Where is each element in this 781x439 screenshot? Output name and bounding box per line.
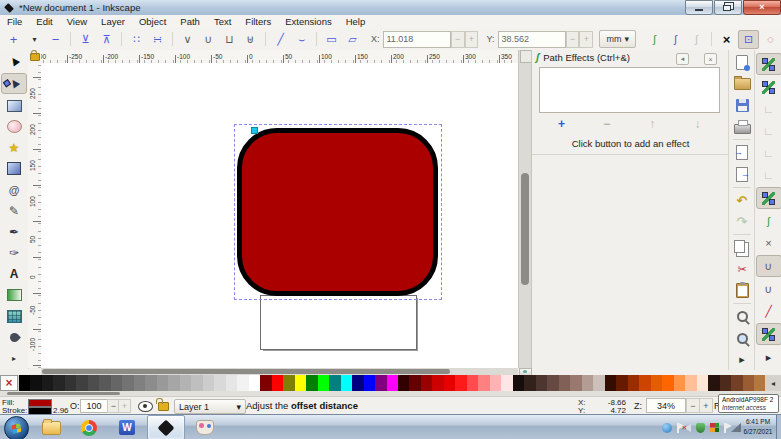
taskbar-inkscape-button[interactable] [147, 415, 185, 439]
snap-bbox-centers-icon[interactable]: ∟ [757, 165, 781, 185]
dropper-tool[interactable] [2, 328, 26, 347]
menu-item[interactable]: File [0, 16, 29, 27]
color-swatch[interactable] [398, 375, 409, 391]
pencil-tool[interactable]: ✎ [2, 201, 26, 220]
toolbox-more-arrow[interactable]: ▸ [2, 349, 26, 368]
color-swatch[interactable] [341, 375, 352, 391]
panel-collapse-button[interactable]: ◂ [676, 53, 689, 65]
zoom-input[interactable]: 34% [646, 398, 686, 413]
color-swatch[interactable] [30, 375, 41, 391]
spiral-tool[interactable]: @ [2, 180, 26, 199]
minimize-button[interactable] [685, 0, 713, 15]
taskbar-explorer-button[interactable] [33, 416, 69, 439]
bezier-pen-tool[interactable]: ✒ [2, 223, 26, 242]
color-swatch[interactable] [490, 375, 501, 391]
color-swatch[interactable] [524, 375, 535, 391]
snap-cusp-nodes-icon[interactable]: ∪ [756, 255, 781, 277]
color-swatch[interactable] [444, 375, 455, 391]
color-swatch[interactable] [559, 375, 570, 391]
color-swatch[interactable] [53, 375, 64, 391]
color-swatch[interactable] [226, 375, 237, 391]
color-swatch[interactable] [570, 375, 581, 391]
y-increment-button[interactable]: + [579, 31, 593, 48]
color-swatch[interactable] [76, 375, 87, 391]
menu-item[interactable]: Path [173, 16, 207, 27]
restore-button[interactable] [714, 0, 742, 15]
effect-list[interactable] [539, 67, 720, 113]
show-transform-handles-button[interactable]: × [717, 31, 736, 48]
fill-color-swatch[interactable] [28, 399, 52, 407]
delete-node-button[interactable]: − [46, 31, 65, 48]
color-swatch[interactable] [708, 375, 719, 391]
insert-node-button[interactable]: + [4, 31, 23, 48]
commands-more-arrow[interactable]: ▸ [730, 350, 754, 369]
network-signal-icon[interactable] [731, 423, 741, 432]
object-to-path-button[interactable]: ▭ [322, 31, 341, 48]
snap-bbox-corners-icon[interactable]: ∟ [757, 121, 781, 141]
vertical-scrollbar-thumb[interactable] [521, 173, 529, 285]
horizontal-scrollbar[interactable] [41, 368, 518, 375]
color-swatch[interactable] [467, 375, 478, 391]
color-swatch[interactable] [754, 375, 765, 391]
x-decrement-button[interactable]: − [451, 31, 465, 48]
taskbar-chrome-button[interactable] [71, 416, 107, 439]
make-corner-node-button[interactable]: ∨ [178, 31, 197, 48]
color-swatch[interactable] [65, 375, 76, 391]
toolbar-separator[interactable] [70, 32, 71, 46]
zoom-increment-button[interactable]: + [699, 398, 713, 413]
move-effect-up-button[interactable]: ↑ [630, 114, 675, 134]
color-swatch[interactable] [720, 375, 731, 391]
current-layer-dropdown[interactable]: Layer 1▾ [174, 399, 246, 414]
color-swatch[interactable] [387, 375, 398, 391]
move-effect-down-button[interactable]: ↓ [675, 114, 720, 134]
color-swatch[interactable] [421, 375, 432, 391]
color-swatch[interactable] [685, 375, 696, 391]
segment-to-curve-button[interactable]: ⌣ [292, 31, 311, 48]
color-swatch[interactable] [536, 375, 547, 391]
menu-item[interactable]: Edit [29, 16, 59, 27]
color-swatch[interactable] [237, 375, 248, 391]
action-center-flag-icon[interactable] [724, 423, 726, 433]
menu-item[interactable]: Extensions [278, 16, 338, 27]
snap-toggle-icon[interactable] [756, 53, 781, 75]
color-swatch[interactable] [409, 375, 420, 391]
stroke-to-path-button[interactable]: ▱ [343, 31, 362, 48]
ruler-corner[interactable] [28, 50, 41, 63]
make-symmetric-node-button[interactable]: ⊔ [220, 31, 239, 48]
volume-muted-icon[interactable] [684, 424, 691, 432]
opacity-increment-button[interactable]: + [118, 399, 131, 413]
opacity-input[interactable]: 100 [80, 399, 108, 413]
horizontal-ruler[interactable]: -300-250-200-150-100-5005010015020025030… [41, 50, 518, 64]
color-swatch[interactable] [180, 375, 191, 391]
color-swatch[interactable] [168, 375, 179, 391]
show-bezier-handles-button[interactable]: ⊡ [738, 30, 759, 49]
snap-nodes-icon[interactable] [756, 187, 781, 209]
color-swatch[interactable] [99, 375, 110, 391]
paste-icon[interactable] [730, 281, 754, 300]
tray-flag-icon[interactable] [677, 423, 679, 433]
node-tool[interactable]: ▶ [1, 73, 27, 94]
color-swatch[interactable] [674, 375, 685, 391]
color-swatch[interactable] [111, 375, 122, 391]
calligraphy-tool[interactable]: ✑ [2, 244, 26, 263]
palette-scrollbar-thumb[interactable] [7, 392, 120, 395]
redo-icon[interactable]: ↷ [730, 212, 754, 231]
selector-tool[interactable]: ▶ [2, 52, 26, 71]
color-swatch[interactable] [352, 375, 363, 391]
edit-lpe-parameter-button[interactable]: ʃ [645, 31, 664, 48]
vertical-scrollbar[interactable] [518, 50, 532, 368]
color-swatch[interactable] [605, 375, 616, 391]
delete-segment-button[interactable]: ∺ [148, 31, 167, 48]
toolbar-separator[interactable] [711, 32, 712, 46]
break-path-button[interactable]: ⊻ [76, 31, 95, 48]
y-decrement-button[interactable]: − [566, 31, 580, 48]
snap-smooth-nodes-icon[interactable]: ∪ [757, 279, 781, 299]
color-swatch[interactable] [283, 375, 294, 391]
show-desktop-button[interactable] [776, 415, 781, 439]
no-color-swatch[interactable]: × [0, 375, 18, 391]
join-with-segment-button[interactable]: ∷ [127, 31, 146, 48]
color-swatch[interactable] [375, 375, 386, 391]
commands-separator[interactable] [733, 139, 751, 140]
commands-separator[interactable] [733, 303, 751, 304]
insert-node-options-dropdown[interactable]: ▾ [25, 31, 44, 48]
